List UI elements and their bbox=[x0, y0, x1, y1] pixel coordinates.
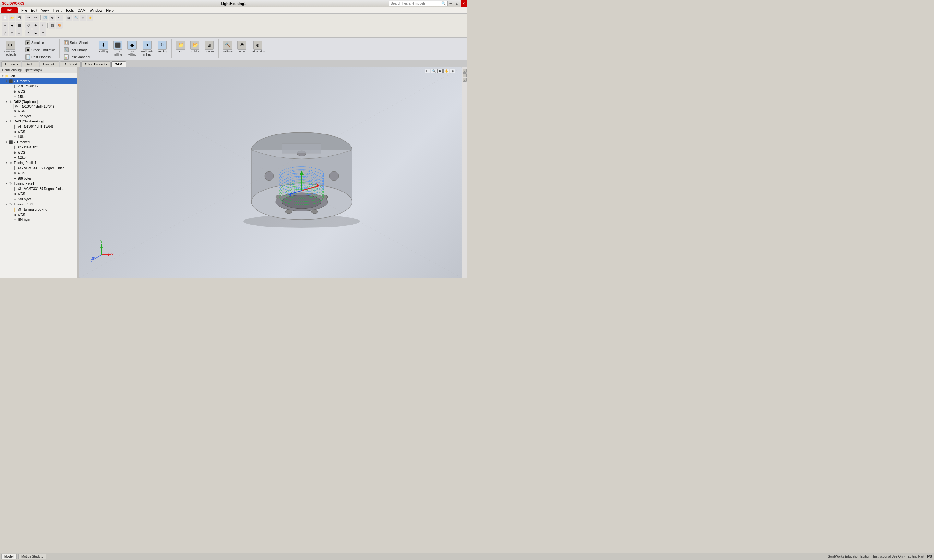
tree-node-size-7[interactable]: ╍ 154 bytes bbox=[0, 217, 77, 222]
tree-node-tool-3b[interactable]: ║ #3 - VCMT331 35 Degree Finish bbox=[0, 186, 77, 191]
toolbar-line[interactable]: ╱ bbox=[2, 29, 8, 36]
tree-node-size-6[interactable]: ╍ 330 bytes bbox=[0, 196, 77, 202]
tab-evaluate[interactable]: Evaluate bbox=[40, 61, 59, 67]
zoom-fit-view-btn[interactable]: ⊡ bbox=[425, 69, 430, 73]
tree-node-tool-10[interactable]: ▶ ║ #10 - Ø5/8" flat bbox=[0, 84, 77, 89]
tree-node-drill3[interactable]: ▼ ⬇ Drill3 [Chip breaking] bbox=[0, 118, 77, 124]
right-btn-3[interactable]: □ bbox=[463, 78, 467, 82]
toolbar-feature[interactable]: ⬛ bbox=[16, 22, 22, 29]
toolbar-undo[interactable]: ↩ bbox=[25, 15, 32, 21]
pan-view-btn[interactable]: ✋ bbox=[443, 69, 450, 73]
toolbar-3d[interactable]: ◆ bbox=[9, 22, 15, 29]
search-input[interactable] bbox=[391, 2, 441, 5]
right-btn-2[interactable]: □ bbox=[463, 73, 467, 77]
tree-node-wcs-2[interactable]: ⊕ WCS bbox=[0, 108, 77, 114]
multiaxis-milling-button[interactable]: ✦ Multi-AxisMilling bbox=[140, 40, 154, 58]
toolbar-dim[interactable]: ⌗ bbox=[40, 22, 46, 29]
viewport-3d[interactable]: ⊡ 🔍 ↻ ✋ ⊕ bbox=[79, 68, 462, 278]
generate-toolpath-button[interactable]: ⚙ GenerateToolpath bbox=[3, 40, 17, 58]
toolbar-save[interactable]: 💾 bbox=[16, 15, 22, 21]
menu-edit[interactable]: Edit bbox=[29, 8, 39, 13]
tree-node-tool-2[interactable]: ║ #2 - Ø1/8" flat bbox=[0, 145, 77, 150]
tree-node-size-2[interactable]: ╍ 672 bytes bbox=[0, 114, 77, 118]
tab-features[interactable]: Features bbox=[1, 61, 21, 67]
tree-node-pocket1[interactable]: ▼ ⬛ 2D Pocket1 bbox=[0, 139, 77, 145]
tree-node-pocket2[interactable]: ▼ ⬛ 2D Pocket2 bbox=[0, 78, 77, 84]
tree-node-size-3[interactable]: ╍ 1.8kb bbox=[0, 134, 77, 139]
orientation-button[interactable]: ⊕ Orientation bbox=[250, 40, 266, 54]
toolbar-rect[interactable]: □ bbox=[16, 29, 22, 36]
tree-node-tool-3a[interactable]: ║ #3 - VCMT331 35 Degree Finish bbox=[0, 165, 77, 171]
toolbar-offset[interactable]: ⊏ bbox=[32, 29, 39, 36]
tree-node-tool-9[interactable]: ║ #9 - turning grooving bbox=[0, 207, 77, 212]
folder-button[interactable]: 📂 Folder bbox=[188, 40, 201, 54]
tree-node-turning-part1[interactable]: ▼ ↻ Turning Part1 bbox=[0, 202, 77, 207]
tree-node-tool-4a[interactable]: ║ #4 - Ø13/64" drill (13/64) bbox=[0, 105, 77, 108]
menu-view[interactable]: View bbox=[39, 8, 51, 13]
turning-button[interactable]: ↻ Turning bbox=[156, 40, 169, 54]
menu-tools[interactable]: Tools bbox=[63, 8, 76, 13]
search-box[interactable]: 🔍 bbox=[389, 1, 447, 6]
toolbar-new[interactable]: 📄 bbox=[2, 15, 8, 21]
toolbar-options[interactable]: ⚙ bbox=[49, 15, 55, 21]
stock-simulation-button[interactable]: ◼ Stock Simulation bbox=[24, 47, 57, 53]
tree-node-wcs-7[interactable]: ⊕ WCS bbox=[0, 212, 77, 217]
tree-node-job[interactable]: ▼ 📁 Job bbox=[0, 73, 77, 78]
tree-node-wcs-5[interactable]: ⊕ WCS bbox=[0, 171, 77, 175]
tree-node-size-1[interactable]: ▶ ╍ 9.5kb bbox=[0, 94, 77, 99]
menu-help[interactable]: Help bbox=[104, 8, 116, 13]
2d-milling-button[interactable]: ⬛ 2DMilling bbox=[111, 40, 124, 58]
simulate-button[interactable]: ▶ Simulate bbox=[24, 40, 57, 46]
toolbar-rebuild[interactable]: 🔄 bbox=[42, 15, 48, 21]
tree-node-turning-profile1[interactable]: ▼ ↻ Turning Profile1 bbox=[0, 160, 77, 165]
toolbar-pan[interactable]: ✋ bbox=[87, 15, 93, 21]
menu-cam[interactable]: CAM bbox=[76, 8, 88, 13]
menu-file[interactable]: File bbox=[20, 8, 29, 13]
toolbar-trim[interactable]: ✂ bbox=[25, 29, 32, 36]
toolbar-rotate[interactable]: ↻ bbox=[80, 15, 86, 21]
tab-dimxpert[interactable]: DimXpert bbox=[60, 61, 81, 67]
maximize-button[interactable]: □ bbox=[454, 0, 461, 7]
tree-node-wcs-3[interactable]: ⊕ WCS bbox=[0, 129, 77, 134]
toolbar-redo[interactable]: ↪ bbox=[32, 15, 39, 21]
view-orient-btn[interactable]: ⊕ bbox=[450, 69, 455, 73]
tree-node-tool-4b[interactable]: ║ #4 - Ø13/64" drill (13/64) bbox=[0, 124, 77, 129]
toolbar-appear[interactable]: 🎨 bbox=[56, 22, 63, 29]
toolbar-open[interactable]: 📂 bbox=[9, 15, 15, 21]
tab-cam[interactable]: CAM bbox=[111, 61, 126, 67]
toolbar-zoom-area[interactable]: 🔍 bbox=[72, 15, 79, 21]
toolbar-mate[interactable]: ⬡ bbox=[25, 22, 32, 29]
setup-sheet-button[interactable]: 📋 Setup Sheet bbox=[62, 40, 91, 46]
search-icon[interactable]: 🔍 bbox=[441, 1, 446, 6]
tool-library-button[interactable]: 🔧 Tool Library bbox=[62, 47, 91, 53]
zoom-area-view-btn[interactable]: 🔍 bbox=[431, 69, 437, 73]
toolbar-select[interactable]: ↖ bbox=[56, 15, 63, 21]
right-btn-1[interactable]: □ bbox=[463, 69, 467, 72]
toolbar-section[interactable]: ▤ bbox=[49, 22, 55, 29]
drilling-button[interactable]: ⬇ Drilling bbox=[97, 40, 110, 54]
toolbar-zoom-fit[interactable]: ⊡ bbox=[66, 15, 72, 21]
view-button[interactable]: 👁 View bbox=[236, 40, 248, 54]
tree-node-size-5[interactable]: ╍ 286 bytes bbox=[0, 175, 77, 181]
job-button[interactable]: 📁 Job bbox=[174, 40, 187, 54]
toolbar-mirror-sk[interactable]: ⇔ bbox=[40, 29, 46, 36]
tab-sketch[interactable]: Sketch bbox=[22, 61, 39, 67]
tree-node-size-4[interactable]: ╍ 4.2kb bbox=[0, 155, 77, 160]
menu-window[interactable]: Window bbox=[88, 8, 104, 13]
minimize-button[interactable]: ─ bbox=[447, 0, 454, 7]
tab-office-products[interactable]: Office Products bbox=[82, 61, 111, 67]
utilities-button[interactable]: 🔨 Utilities bbox=[221, 40, 234, 54]
task-manager-button[interactable]: 📊 Task Manager bbox=[62, 54, 91, 60]
tree-node-wcs-4[interactable]: ⊕ WCS bbox=[0, 150, 77, 155]
tree-node-wcs-1[interactable]: ▶ ⊕ WCS bbox=[0, 89, 77, 94]
menu-insert[interactable]: Insert bbox=[51, 8, 63, 13]
pattern-button[interactable]: ⊞ Pattern bbox=[203, 40, 216, 54]
tree-node-turning-face1[interactable]: ▼ ↻ Turning Face1 bbox=[0, 181, 77, 186]
close-button[interactable]: ✕ bbox=[461, 0, 467, 7]
3d-milling-button[interactable]: ◆ 3DMilling bbox=[125, 40, 139, 58]
toolbar-assem[interactable]: ⊕ bbox=[32, 22, 39, 29]
toolbar-sketch[interactable]: ✏ bbox=[2, 22, 8, 29]
toolbar-circle[interactable]: ○ bbox=[9, 29, 15, 36]
tree-node-wcs-6[interactable]: ⊕ WCS bbox=[0, 191, 77, 196]
tree-node-drill2[interactable]: ▼ ⬇ Drill2 [Rapid out] bbox=[0, 99, 77, 105]
